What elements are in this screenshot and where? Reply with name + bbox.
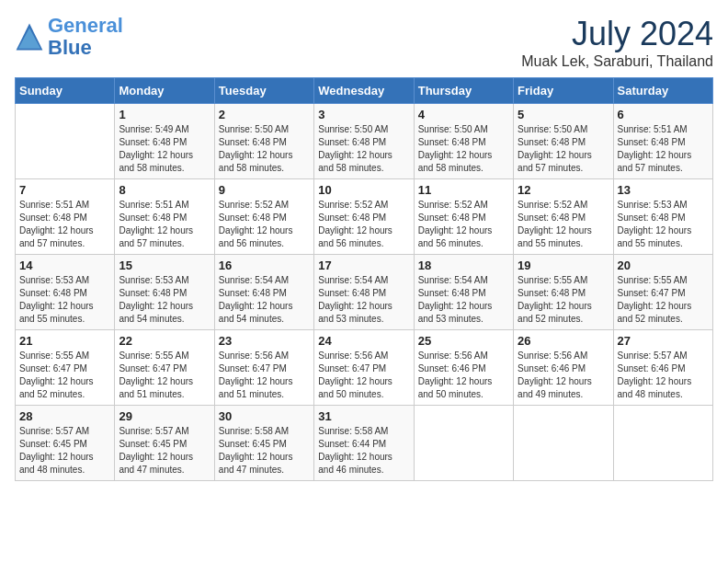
day-info: Sunrise: 5:53 AM Sunset: 6:48 PM Dayligh… (119, 274, 210, 326)
calendar-cell: 27Sunrise: 5:57 AM Sunset: 6:46 PM Dayli… (613, 330, 712, 406)
day-info: Sunrise: 5:57 AM Sunset: 6:45 PM Dayligh… (19, 425, 110, 477)
calendar-cell: 4Sunrise: 5:50 AM Sunset: 6:48 PM Daylig… (414, 104, 513, 179)
logo-text: General Blue (48, 15, 123, 59)
day-info: Sunrise: 5:56 AM Sunset: 6:46 PM Dayligh… (418, 350, 509, 401)
day-info: Sunrise: 5:55 AM Sunset: 6:47 PM Dayligh… (119, 350, 210, 401)
calendar-cell: 23Sunrise: 5:56 AM Sunset: 6:47 PM Dayli… (214, 330, 313, 406)
day-info: Sunrise: 5:57 AM Sunset: 6:46 PM Dayligh… (618, 350, 709, 401)
day-info: Sunrise: 5:52 AM Sunset: 6:48 PM Dayligh… (318, 199, 409, 250)
calendar-cell: 5Sunrise: 5:50 AM Sunset: 6:48 PM Daylig… (514, 104, 613, 179)
calendar-table: SundayMondayTuesdayWednesdayThursdayFrid… (15, 77, 713, 481)
day-info: Sunrise: 5:49 AM Sunset: 6:48 PM Dayligh… (119, 123, 210, 175)
week-row-4: 28Sunrise: 5:57 AM Sunset: 6:45 PM Dayli… (16, 406, 713, 481)
calendar-cell: 13Sunrise: 5:53 AM Sunset: 6:48 PM Dayli… (613, 179, 712, 255)
day-info: Sunrise: 5:55 AM Sunset: 6:48 PM Dayligh… (518, 274, 609, 326)
day-info: Sunrise: 5:54 AM Sunset: 6:48 PM Dayligh… (318, 274, 409, 326)
day-info: Sunrise: 5:52 AM Sunset: 6:48 PM Dayligh… (518, 199, 609, 250)
calendar-cell: 24Sunrise: 5:56 AM Sunset: 6:47 PM Dayli… (314, 330, 414, 406)
day-info: Sunrise: 5:50 AM Sunset: 6:48 PM Dayligh… (318, 123, 409, 175)
day-number: 23 (219, 334, 310, 348)
day-number: 18 (418, 259, 509, 272)
svg-marker-1 (18, 29, 40, 49)
calendar-cell (414, 406, 513, 481)
day-number: 12 (518, 183, 609, 197)
day-number: 25 (418, 334, 509, 348)
calendar-cell: 10Sunrise: 5:52 AM Sunset: 6:48 PM Dayli… (314, 179, 414, 255)
day-number: 27 (618, 334, 709, 348)
title-block: July 2024 Muak Lek, Saraburi, Thailand (521, 15, 713, 70)
calendar-cell: 22Sunrise: 5:55 AM Sunset: 6:47 PM Dayli… (115, 330, 214, 406)
day-info: Sunrise: 5:57 AM Sunset: 6:45 PM Dayligh… (119, 425, 210, 477)
day-number: 17 (318, 259, 409, 272)
day-number: 16 (219, 259, 310, 272)
week-row-2: 14Sunrise: 5:53 AM Sunset: 6:48 PM Dayli… (16, 255, 713, 330)
calendar-cell: 31Sunrise: 5:58 AM Sunset: 6:44 PM Dayli… (314, 406, 414, 481)
logo: General Blue (15, 15, 123, 59)
day-number: 8 (119, 183, 210, 197)
day-number: 5 (518, 108, 609, 121)
week-row-0: 1Sunrise: 5:49 AM Sunset: 6:48 PM Daylig… (16, 104, 713, 179)
logo-line1: General (48, 14, 123, 37)
day-number: 20 (618, 259, 709, 272)
week-row-1: 7Sunrise: 5:51 AM Sunset: 6:48 PM Daylig… (16, 179, 713, 255)
header-row: SundayMondayTuesdayWednesdayThursdayFrid… (16, 78, 713, 104)
day-info: Sunrise: 5:54 AM Sunset: 6:48 PM Dayligh… (418, 274, 509, 326)
calendar-cell: 30Sunrise: 5:58 AM Sunset: 6:45 PM Dayli… (214, 406, 313, 481)
calendar-cell: 19Sunrise: 5:55 AM Sunset: 6:48 PM Dayli… (514, 255, 613, 330)
header-day-tuesday: Tuesday (214, 78, 313, 104)
day-info: Sunrise: 5:58 AM Sunset: 6:44 PM Dayligh… (318, 425, 409, 477)
calendar-cell: 6Sunrise: 5:51 AM Sunset: 6:48 PM Daylig… (613, 104, 712, 179)
day-number: 29 (119, 409, 210, 423)
day-number: 13 (618, 183, 709, 197)
header-day-wednesday: Wednesday (314, 78, 414, 104)
header-day-sunday: Sunday (16, 78, 115, 104)
header-day-friday: Friday (514, 78, 613, 104)
day-info: Sunrise: 5:56 AM Sunset: 6:46 PM Dayligh… (518, 350, 609, 401)
day-number: 15 (119, 259, 210, 272)
calendar-cell: 12Sunrise: 5:52 AM Sunset: 6:48 PM Dayli… (514, 179, 613, 255)
location: Muak Lek, Saraburi, Thailand (521, 53, 713, 70)
calendar-cell: 2Sunrise: 5:50 AM Sunset: 6:48 PM Daylig… (214, 104, 313, 179)
day-number: 28 (19, 409, 110, 423)
calendar-cell: 11Sunrise: 5:52 AM Sunset: 6:48 PM Dayli… (414, 179, 513, 255)
calendar-cell (613, 406, 712, 481)
day-number: 14 (19, 259, 110, 272)
day-number: 22 (119, 334, 210, 348)
calendar-cell: 9Sunrise: 5:52 AM Sunset: 6:48 PM Daylig… (214, 179, 313, 255)
day-info: Sunrise: 5:55 AM Sunset: 6:47 PM Dayligh… (19, 350, 110, 401)
calendar-cell: 17Sunrise: 5:54 AM Sunset: 6:48 PM Dayli… (314, 255, 414, 330)
day-number: 3 (318, 108, 409, 121)
page-header: General Blue July 2024 Muak Lek, Sarabur… (15, 15, 713, 70)
day-info: Sunrise: 5:56 AM Sunset: 6:47 PM Dayligh… (318, 350, 409, 401)
day-info: Sunrise: 5:53 AM Sunset: 6:48 PM Dayligh… (618, 199, 709, 250)
day-info: Sunrise: 5:53 AM Sunset: 6:48 PM Dayligh… (19, 274, 110, 326)
calendar-cell: 25Sunrise: 5:56 AM Sunset: 6:46 PM Dayli… (414, 330, 513, 406)
calendar-cell: 15Sunrise: 5:53 AM Sunset: 6:48 PM Dayli… (115, 255, 214, 330)
calendar-cell: 7Sunrise: 5:51 AM Sunset: 6:48 PM Daylig… (16, 179, 115, 255)
calendar-cell: 20Sunrise: 5:55 AM Sunset: 6:47 PM Dayli… (613, 255, 712, 330)
calendar-cell: 29Sunrise: 5:57 AM Sunset: 6:45 PM Dayli… (115, 406, 214, 481)
day-number: 1 (119, 108, 210, 121)
day-number: 2 (219, 108, 310, 121)
calendar-cell (16, 104, 115, 179)
day-number: 24 (318, 334, 409, 348)
header-day-thursday: Thursday (414, 78, 513, 104)
calendar-cell: 26Sunrise: 5:56 AM Sunset: 6:46 PM Dayli… (514, 330, 613, 406)
day-number: 21 (19, 334, 110, 348)
day-info: Sunrise: 5:50 AM Sunset: 6:48 PM Dayligh… (518, 123, 609, 175)
week-row-3: 21Sunrise: 5:55 AM Sunset: 6:47 PM Dayli… (16, 330, 713, 406)
calendar-cell: 1Sunrise: 5:49 AM Sunset: 6:48 PM Daylig… (115, 104, 214, 179)
header-day-monday: Monday (115, 78, 214, 104)
day-info: Sunrise: 5:58 AM Sunset: 6:45 PM Dayligh… (219, 425, 310, 477)
day-info: Sunrise: 5:52 AM Sunset: 6:48 PM Dayligh… (219, 199, 310, 250)
day-number: 4 (418, 108, 509, 121)
calendar-cell: 16Sunrise: 5:54 AM Sunset: 6:48 PM Dayli… (214, 255, 313, 330)
day-number: 11 (418, 183, 509, 197)
calendar-cell: 14Sunrise: 5:53 AM Sunset: 6:48 PM Dayli… (16, 255, 115, 330)
day-number: 6 (618, 108, 709, 121)
day-info: Sunrise: 5:50 AM Sunset: 6:48 PM Dayligh… (418, 123, 509, 175)
calendar-cell: 18Sunrise: 5:54 AM Sunset: 6:48 PM Dayli… (414, 255, 513, 330)
day-number: 31 (318, 409, 409, 423)
day-info: Sunrise: 5:56 AM Sunset: 6:47 PM Dayligh… (219, 350, 310, 401)
day-number: 10 (318, 183, 409, 197)
